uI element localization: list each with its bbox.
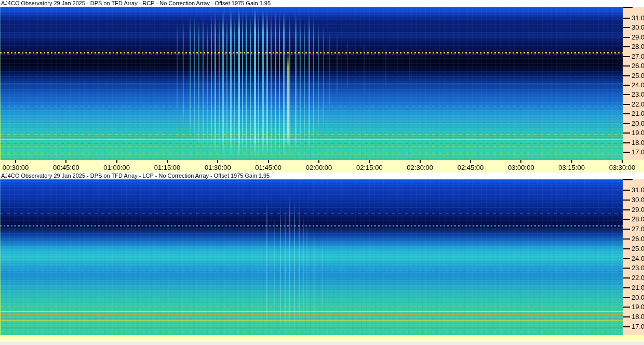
freq-tick: 27.0 [623,225,644,233]
window-bottom-strip [0,342,644,345]
freq-tick-label: 20.0 [632,120,644,127]
emission-burst-streak [347,37,348,91]
time-tick-label: 02:45:00 [452,164,489,171]
emission-burst-streak [323,25,324,129]
emission-burst-streak [306,223,307,323]
freq-tick: 28.0 [623,216,644,223]
freq-tick-mark [623,258,630,259]
rcp-title-bar: AJ4CO Observatory 29 Jan 2025 - DPS on T… [0,0,644,7]
rfi-carrier-line [0,307,623,307]
time-tick-label: 01:15:00 [149,164,186,171]
freq-tick-label: 27.0 [632,53,644,60]
rfi-carrier-line [0,141,623,142]
emission-burst-streak [242,13,243,155]
freq-tick: 20.0 [623,294,644,301]
time-tick-mark [520,160,521,163]
freq-tick-label: 17.0 [632,149,644,156]
freq-tick-label: 22.0 [632,274,644,282]
emission-burst-streak [299,204,300,326]
freq-tick-mark [623,219,630,220]
freq-tick-label: 27.0 [632,225,644,233]
freq-tick-mark [623,123,630,124]
time-tick-label: 00:45:00 [47,164,85,171]
lcp-freq-axis: 31.030.029.028.027.026.025.024.023.022.0… [623,179,644,335]
freq-tick-mark [623,94,630,95]
freq-tick: 24.0 [623,82,644,89]
rfi-carrier-line [0,213,623,214]
emission-burst-streak [295,13,297,154]
freq-tick: 21.0 [623,110,644,117]
rfi-carrier-line [0,53,623,54]
freq-axis-top-tick [623,7,633,8]
freq-tick-label: 25.0 [632,245,644,253]
freq-tick-label: 20.0 [632,294,644,301]
time-tick-mark [470,160,471,163]
emission-burst-streak [207,21,208,153]
rfi-carrier-line [0,124,623,124]
freq-tick: 29.0 [623,34,644,41]
freq-tick-mark [623,200,630,201]
freq-tick-mark [623,18,630,19]
time-tick-mark [268,160,269,163]
rcp-freq-axis: 31.030.029.028.027.026.025.024.023.022.0… [623,7,644,160]
emission-burst-streak [364,41,365,99]
lcp-title-bar: AJ4CO Observatory 29 Jan 2025 - DPS on T… [0,172,644,179]
rfi-carrier-line [0,143,623,144]
time-tick-label: 02:15:00 [351,164,388,171]
freq-tick-label: 17.0 [632,323,644,330]
emission-burst-streak [234,15,235,154]
freq-tick-label: 22.0 [632,101,644,108]
freq-tick: 21.0 [623,284,644,291]
emission-burst-streak [294,201,295,329]
emission-burst-streak [313,18,314,145]
time-tick-label: 02:30:00 [401,164,439,171]
freq-tick-label: 26.0 [632,62,644,70]
emission-burst-streak [274,217,275,320]
rfi-carrier-line [0,131,623,131]
emission-burst-streak [183,21,184,127]
rfi-carrier-line [0,327,623,328]
emission-burst-streak [238,10,240,157]
freq-tick-label: 25.0 [632,72,644,79]
emission-burst-streak [222,11,224,155]
freq-tick-label: 21.0 [632,110,644,117]
freq-tick-mark [623,75,630,76]
emission-burst-streak [287,53,289,148]
rfi-carrier-line [0,270,623,271]
time-tick-mark [369,160,370,163]
freq-tick: 19.0 [623,129,644,137]
rfi-carrier-line [0,324,623,324]
freq-tick-label: 31.0 [632,187,644,194]
time-tick-label: 03:30:00 [603,164,641,171]
emission-burst-streak [219,18,220,150]
freq-tick-mark [623,27,630,28]
rfi-carrier-line [0,127,623,127]
emission-burst-streak [190,16,191,137]
freq-tick-mark [623,85,630,86]
freq-tick: 22.0 [623,101,644,108]
time-tick-label: 01:30:00 [199,164,236,171]
freq-tick-mark [623,297,630,298]
emission-burst-streak [177,22,178,114]
emission-burst-streak [285,210,286,330]
emission-burst-streak [279,13,280,155]
freq-tick-label: 30.0 [632,24,644,31]
freq-tick-label: 19.0 [632,129,644,137]
freq-tick-mark [623,56,630,57]
freq-tick: 19.0 [623,303,644,311]
freq-tick-label: 30.0 [632,196,644,204]
emission-burst-streak [230,10,232,155]
time-tick-label: 03:15:00 [553,164,591,171]
freq-tick-mark [623,209,630,210]
emission-burst-streak [275,10,276,157]
freq-tick-label: 19.0 [632,303,644,311]
rfi-carrier-line [0,331,623,331]
emission-burst-streak [226,16,227,153]
emission-burst-streak [194,15,195,145]
freq-tick-mark [623,307,630,308]
time-tick-mark [318,160,319,163]
freq-tick: 29.0 [623,206,644,214]
emission-burst-streak [329,30,330,114]
rfi-carrier-line [0,121,623,121]
freq-tick: 30.0 [623,196,644,204]
